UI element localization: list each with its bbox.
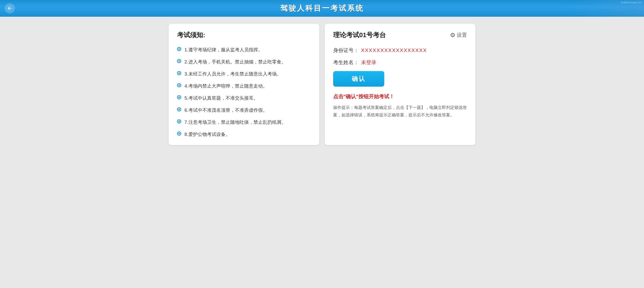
rule-text: 1.遵守考场纪律，服从监考人员指挥。	[184, 46, 263, 54]
rule-text: 7.注意考场卫生，禁止随地吐痰，禁止乱扔纸屑。	[184, 118, 286, 126]
list-item: 3.未经工作人员允许，考生禁止随意出入考场。	[177, 70, 311, 78]
rules-list: 1.遵守考场纪律，服从监考人员指挥。2.进入考场，手机关机。禁止抽烟，禁止吃零食…	[177, 46, 311, 138]
operation-hint: 操作提示：每题考试答案确定后，点击【下一题】，电脑立即判定锁选答案，如选择错误，…	[333, 104, 467, 119]
rule-text: 3.未经工作人员允许，考生禁止随意出入考场。	[184, 70, 281, 78]
rule-text: 4.考场内禁止大声喧哗，禁止随意走动。	[184, 82, 268, 90]
name-label: 考生姓名：	[333, 59, 361, 66]
confirm-button[interactable]: 确认	[333, 71, 384, 87]
right-panel-header: 理论考试01号考台 ⚙ 设置	[333, 31, 467, 40]
list-item: 5.考试中认真答题，不准交头接耳。	[177, 94, 311, 102]
main-content: 考试须知: 1.遵守考场纪律，服从监考人员指挥。2.进入考场，手机关机。禁止抽烟…	[159, 17, 485, 152]
start-hint: 点击"确认"按钮开始考试！	[333, 93, 467, 100]
rule-text: 5.考试中认真答题，不准交头接耳。	[184, 94, 258, 102]
list-item: 2.进入考场，手机关机。禁止抽烟，禁止吃零食。	[177, 58, 311, 66]
left-panel: 考试须知: 1.遵守考场纪律，服从监考人员指挥。2.进入考场，手机关机。禁止抽烟…	[169, 24, 319, 145]
bullet-icon	[177, 120, 181, 124]
back-button[interactable]	[5, 3, 15, 14]
bullet-icon	[177, 47, 181, 51]
header-title: 驾驶人科目一考试系统	[280, 3, 364, 14]
id-label: 身份证号：	[333, 47, 361, 54]
list-item: 1.遵守考场纪律，服从监考人员指挥。	[177, 46, 311, 54]
list-item: 6.考试中不准茂名顶替，不准弄虚作假。	[177, 106, 311, 114]
settings-button[interactable]: ⚙ 设置	[450, 32, 467, 39]
watermark: bb@diuxingw.com	[621, 1, 642, 4]
right-panel: 理论考试01号考台 ⚙ 设置 身份证号： XXXXXXXXXXXXXXXXX 考…	[325, 24, 475, 145]
gear-icon: ⚙	[450, 32, 455, 39]
bullet-icon	[177, 71, 181, 75]
bullet-icon	[177, 83, 181, 87]
id-value: XXXXXXXXXXXXXXXXX	[361, 48, 427, 54]
exam-station-title: 理论考试01号考台	[333, 31, 386, 40]
name-value: 未登录	[361, 59, 376, 66]
list-item: 8.爱护公物考试设备。	[177, 130, 311, 138]
name-row: 考生姓名： 未登录	[333, 59, 467, 66]
exam-notice-title: 考试须知:	[177, 31, 311, 40]
header: 驾驶人科目一考试系统 bb@diuxingw.com	[0, 0, 644, 17]
settings-label: 设置	[457, 32, 467, 38]
rule-text: 2.进入考场，手机关机。禁止抽烟，禁止吃零食。	[184, 58, 286, 66]
rule-text: 6.考试中不准茂名顶替，不准弄虚作假。	[184, 106, 268, 114]
list-item: 7.注意考场卫生，禁止随地吐痰，禁止乱扔纸屑。	[177, 118, 311, 126]
list-item: 4.考场内禁止大声喧哗，禁止随意走动。	[177, 82, 311, 90]
bullet-icon	[177, 59, 181, 63]
rule-text: 8.爱护公物考试设备。	[184, 130, 230, 138]
bullet-icon	[177, 132, 181, 136]
bullet-icon	[177, 107, 181, 112]
id-row: 身份证号： XXXXXXXXXXXXXXXXX	[333, 47, 467, 54]
bullet-icon	[177, 95, 181, 100]
